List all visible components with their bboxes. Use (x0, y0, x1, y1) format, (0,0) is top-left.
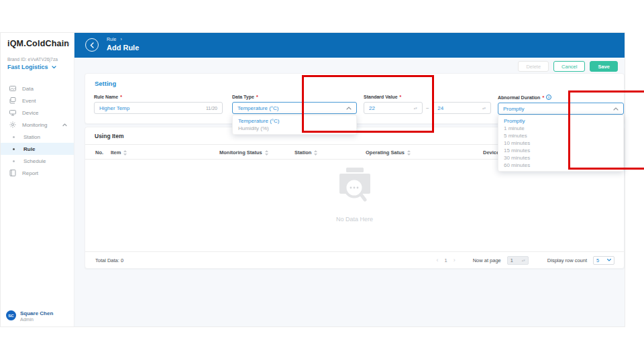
standard-value-field: Standard Value * ▴▾ ~ ▴▾ (364, 95, 491, 114)
layers-icon (9, 97, 16, 105)
data-type-label: Data Type * (232, 95, 357, 99)
logo-light: ColdChain (26, 39, 69, 48)
data-type-dropdown: Temperature (°C) Humidity (%) (232, 115, 357, 135)
app-window: iQM.ColdChain « Brand ID: eVvATV26j7za F… (0, 32, 625, 327)
sidebar-item-monitoring[interactable]: Monitoring (1, 119, 74, 131)
no-data-icon (334, 168, 376, 206)
bullet-icon (13, 160, 15, 162)
sidebar-item-label: Rule (23, 146, 35, 152)
page-input[interactable]: 1 ▴▾ (507, 256, 529, 265)
sidebar-collapse-icon[interactable]: « (66, 40, 70, 47)
bullet-icon (13, 136, 15, 138)
rule-name-input[interactable] (99, 105, 206, 111)
dropdown-option[interactable]: 1 minute (498, 125, 623, 132)
sidebar-item-label: Schedule (23, 158, 46, 164)
rule-name-input-wrap: 11/20 (94, 102, 223, 114)
column-monitoring-status[interactable]: Monitoring Status (219, 145, 268, 160)
sidebar-item-label: Data (22, 86, 34, 92)
bullet-icon (13, 148, 15, 150)
dropdown-option[interactable]: 30 minutes (498, 154, 623, 162)
standard-max-wrap: ▴▾ (432, 102, 491, 114)
dropdown-option[interactable]: Promptly (498, 117, 623, 125)
dropdown-option[interactable]: 10 minutes (498, 139, 623, 147)
app-logo: iQM.ColdChain (7, 39, 69, 48)
user-name: Square Chen (20, 310, 53, 316)
delete-button[interactable]: Delete (518, 61, 549, 72)
pagination: ‹ 1 › Now at page 1 ▴▾ Display row count… (437, 256, 615, 265)
setting-card: Setting Rule Name * 11/20 Data Type (85, 73, 625, 124)
required-asterisk: * (542, 95, 544, 100)
cancel-button[interactable]: Cancel (553, 61, 585, 72)
sidebar-item-label: Event (22, 98, 36, 104)
number-stepper[interactable]: ▴▾ (482, 107, 486, 109)
selected-value: Promptly (503, 106, 525, 112)
next-page-button[interactable]: › (453, 257, 455, 263)
sidebar-item-rule[interactable]: Rule (1, 143, 74, 155)
number-stepper[interactable]: ▴▾ (522, 259, 525, 261)
column-label: Item (111, 149, 121, 156)
sidebar-item-event[interactable]: Event (1, 95, 74, 107)
info-icon[interactable]: i (546, 95, 551, 100)
standard-value-label: Standard Value * (364, 95, 491, 99)
column-label: Monitoring Status (219, 149, 262, 156)
chevron-left-icon (90, 42, 95, 48)
dropdown-option[interactable]: 5 minutes (498, 132, 623, 139)
empty-state-text: No Data Here (336, 216, 373, 223)
gear-icon (9, 121, 16, 129)
label-text: Standard Value (364, 95, 398, 99)
dropdown-option[interactable]: Humidity (%) (233, 125, 356, 132)
breadcrumb-item[interactable]: Rule (107, 37, 116, 42)
dropdown-option[interactable]: 15 minutes (498, 147, 623, 154)
sidebar-nav: Data Event Device Monitoring Station (1, 82, 74, 179)
save-button[interactable]: Save (590, 61, 618, 72)
sidebar-item-device[interactable]: Device (1, 107, 74, 119)
user-role: Admin (20, 317, 53, 322)
number-stepper[interactable]: ▴▾ (414, 107, 417, 109)
sidebar-item-label: Report (22, 170, 38, 176)
empty-state: No Data Here (85, 168, 624, 223)
image-icon (9, 85, 16, 93)
column-station[interactable]: Station (294, 145, 317, 160)
column-operating-status[interactable]: Operating Satus (366, 145, 411, 160)
abnormal-duration-select[interactable]: Promptly (498, 103, 624, 115)
using-item-title: Using Item (95, 133, 123, 139)
range-separator: ~ (426, 105, 429, 111)
now-at-page-label: Now at page (473, 257, 501, 263)
breadcrumb[interactable]: Rule › (107, 37, 122, 42)
dropdown-option[interactable]: 60 minutes (498, 162, 623, 169)
sidebar-item-label: Monitoring (22, 122, 47, 128)
sort-icon[interactable] (265, 150, 268, 156)
required-asterisk: * (120, 95, 122, 99)
prev-page-button[interactable]: ‹ (437, 257, 439, 263)
dropdown-option[interactable]: Temperature (°C) (233, 117, 356, 125)
page-number[interactable]: 1 (445, 257, 447, 263)
back-button[interactable] (85, 38, 99, 52)
sidebar-item-station[interactable]: Station (1, 131, 74, 143)
data-type-field: Data Type * Temperature (°C) (232, 95, 357, 114)
main-area: Rule › Add Rule Delete Cancel Save Setti… (74, 33, 625, 326)
sort-icon[interactable] (314, 150, 317, 156)
sidebar-item-data[interactable]: Data (1, 82, 74, 95)
label-text: Data Type (232, 95, 254, 99)
data-type-select[interactable]: Temperature (°C) (232, 102, 357, 114)
table-footer: Total Data: 0 ‹ 1 › Now at page 1 ▴▾ Dis… (85, 251, 624, 268)
column-label: Station (294, 149, 311, 156)
chevron-up-icon (613, 107, 619, 111)
standard-max-input[interactable] (437, 105, 482, 111)
sort-icon[interactable] (123, 150, 127, 156)
sidebar-item-report[interactable]: Report (1, 167, 74, 179)
chevron-up-icon (62, 123, 67, 127)
report-icon (9, 170, 16, 177)
sidebar-item-schedule[interactable]: Schedule (1, 155, 74, 167)
standard-min-input[interactable] (369, 105, 414, 111)
tenant-selector[interactable]: Fast Logistics (7, 64, 56, 70)
column-label: No. (95, 149, 103, 156)
required-asterisk: * (256, 95, 258, 99)
setting-title: Setting (95, 80, 116, 87)
row-count-value: 5 (596, 257, 599, 263)
sort-icon[interactable] (407, 150, 411, 156)
standard-min-wrap: ▴▾ (364, 102, 423, 114)
column-item[interactable]: Item (111, 145, 127, 160)
row-count-select[interactable]: 5 (593, 256, 614, 265)
user-profile[interactable]: SC Square Chen Admin (6, 310, 53, 322)
